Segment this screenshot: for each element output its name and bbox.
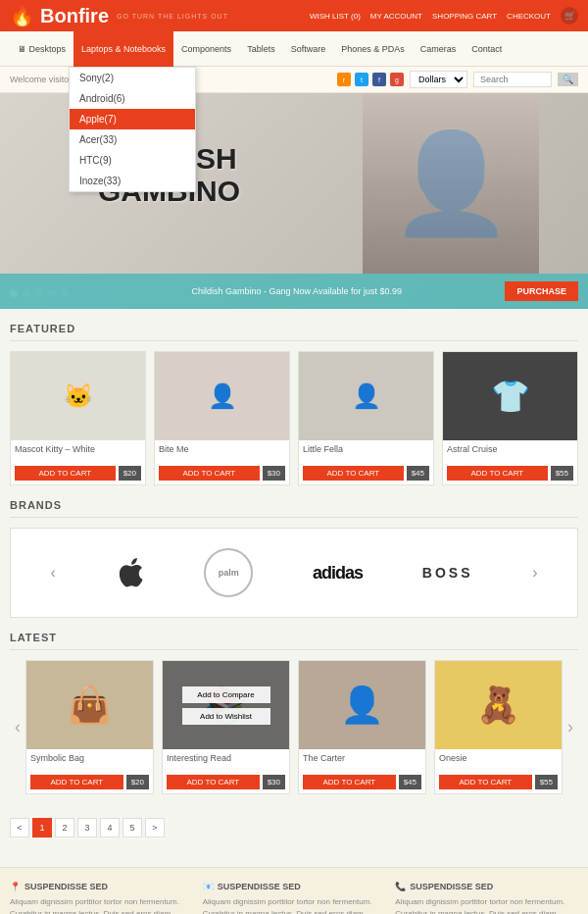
latest-next-arrow[interactable]: › [563,717,578,737]
brand-palm[interactable]: palm [204,548,253,597]
add-to-cart-button[interactable]: ADD TO CART [15,466,116,481]
product-hover-overlay: Add to Compare Add to Wishlist [163,661,289,749]
wishlist-link[interactable]: WISH LIST (0) [310,12,361,21]
latest-prev-arrow[interactable]: ‹ [10,717,25,737]
top-links: WISH LIST (0) MY ACCOUNT SHOPPING CART C… [310,7,578,25]
nav-software[interactable]: Software [283,31,334,67]
product-name: Bite Me [159,444,285,454]
logo-text: Bonfire [40,5,109,27]
search-input[interactable] [473,72,552,87]
nav-components[interactable]: Components [173,31,239,67]
product-name: Interesting Read [167,753,285,763]
price-badge: $45 [407,466,429,481]
price-badge: $30 [263,775,285,789]
product-actions: ADD TO CART $45 [299,771,425,793]
hero-subtitle: Childish Gambino - Gang Now Available fo… [192,286,402,296]
dropdown-android[interactable]: Android(6) [70,88,195,109]
brand-adidas[interactable]: adidas [313,553,363,592]
footer-info-title-2: 📧 SUSPENDISSE SED [203,882,386,891]
nav-cameras[interactable]: Cameras [413,31,465,67]
add-to-cart-button[interactable]: ADD TO CART [303,466,404,481]
page-1[interactable]: 1 [32,818,52,838]
product-card: 🧸 Onesie ADD TO CART $55 [434,660,563,794]
dropdown-acer[interactable]: Acer(33) [70,129,195,150]
brand-apple[interactable] [115,553,144,592]
twitter-icon[interactable]: t [355,73,368,86]
product-actions: ADD TO CART $30 [155,462,289,484]
add-to-cart-button[interactable]: ADD TO CART [167,775,260,789]
product-card: 👜 Symbolic Bag ADD TO CART $20 [25,660,154,794]
add-to-cart-button[interactable]: ADD TO CART [303,775,396,789]
product-name: The Carter [303,753,421,763]
latest-section: LATEST ‹ 👜 Symbolic Bag ADD TO CART $20 … [0,632,588,808]
nav-laptops[interactable]: Laptops & Notebooks [74,31,173,67]
compare-button[interactable]: Add to Compare [182,686,270,703]
wishlist-button[interactable]: Add to Wishlist [182,708,270,725]
cart-link[interactable]: SHOPPING CART [432,12,497,21]
product-image: 🐱 [11,352,145,440]
navbar: 🖥 Desktops Laptops & Notebooks Component… [0,31,588,67]
page-5[interactable]: 5 [122,818,142,838]
nav-desktops[interactable]: 🖥 Desktops [10,31,74,67]
footer-info-text-2: Aliquam dignissim porttitor tortor non f… [203,896,386,914]
add-to-cart-button[interactable]: ADD TO CART [30,775,123,789]
product-card: 📚 Add to Compare Add to Wishlist Interes… [162,660,290,794]
add-to-cart-button[interactable]: ADD TO CART [447,466,548,481]
product-image: 👕 [443,352,577,440]
product-img-astral: 👕 [443,352,577,440]
facebook-icon[interactable]: f [372,73,386,86]
nav-contact[interactable]: Contact [464,31,510,67]
cart-icon[interactable]: 🛒 [561,7,578,25]
featured-section: FEATURED 🐱 Mascot Kitty – White ADD TO C… [0,309,588,499]
nav-tablets[interactable]: Tablets [239,31,283,67]
brands-next-arrow[interactable]: › [532,564,537,582]
dropdown-htc[interactable]: HTC(9) [70,150,195,171]
footer-info: 📍 SUSPENDISSE SED Aliquam dignissim port… [0,867,588,914]
phone-icon: 📞 [395,882,406,891]
price-badge: $55 [535,775,558,789]
add-to-cart-button[interactable]: ADD TO CART [439,775,532,789]
checkout-link[interactable]: CHECKOUT [507,12,551,21]
page-prev[interactable]: < [10,818,29,838]
currency-select[interactable]: Dollars [410,71,467,88]
purchase-button[interactable]: PURCHASE [505,281,578,301]
product-name: Onesie [439,753,558,763]
page-3[interactable]: 3 [77,818,97,838]
page-4[interactable]: 4 [100,818,120,838]
product-info: Symbolic Bag [26,749,153,771]
dropdown-apple[interactable]: Apple(7) [70,109,195,129]
page-next[interactable]: > [145,818,165,838]
brands-prev-arrow[interactable]: ‹ [50,564,55,582]
gplus-icon[interactable]: g [390,73,404,86]
product-img-kitty: 🐱 [11,352,145,440]
brands-strip: ‹ palm adidas BOSS › [21,538,567,607]
hero-person: 👤 [363,93,539,274]
brands-section: BRANDS ‹ palm adidas BOSS › [0,499,588,632]
rss-icon[interactable]: r [337,73,351,86]
add-to-cart-button[interactable]: ADD TO CART [159,466,260,481]
product-name: Astral Cruise [447,444,573,454]
product-card: 👕 Astral Cruise ADD TO CART $55 [442,351,578,485]
brand-boss[interactable]: BOSS [422,553,473,592]
nav-phones[interactable]: Phones & PDAs [333,31,413,67]
product-info: The Carter [299,749,425,771]
price-badge: $45 [399,775,421,789]
product-image: 📚 Add to Compare Add to Wishlist [163,661,289,749]
search-button[interactable]: 🔍 [558,73,578,86]
account-link[interactable]: MY ACCOUNT [370,12,422,21]
latest-container: ‹ 👜 Symbolic Bag ADD TO CART $20 📚 [10,660,578,794]
dropdown-inoze[interactable]: Inoze(33) [70,171,195,191]
product-img-carter: 👤 [299,661,425,749]
dropdown-sony[interactable]: Sony(2) [70,68,195,88]
logo[interactable]: 🔥 Bonfire [10,4,109,27]
latest-products: 👜 Symbolic Bag ADD TO CART $20 📚 Add to … [25,660,563,794]
page-2[interactable]: 2 [55,818,74,838]
product-info: Interesting Read [163,749,289,771]
top-bar: 🔥 Bonfire GO TURN THE LIGHTS OUT WISH LI… [0,0,588,31]
product-image: 👤 [299,661,425,749]
product-actions: ADD TO CART $55 [435,771,562,793]
footer-info-title-1: 📍 SUSPENDISSE SED [10,882,193,891]
product-img-fella: 👤 [299,352,433,440]
product-card: 👤 The Carter ADD TO CART $45 [298,660,426,794]
flame-icon: 🔥 [10,4,34,27]
